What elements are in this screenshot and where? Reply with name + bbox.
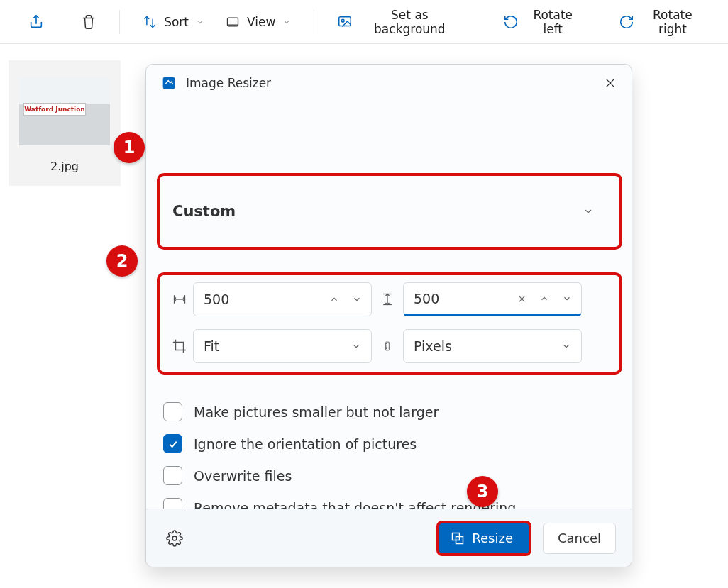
height-decrement[interactable] [556, 287, 578, 310]
resize-label: Resize [472, 531, 513, 545]
dialog-title: Image Resizer [186, 76, 271, 90]
chevron-down-icon [196, 18, 204, 26]
chevron-down-icon [583, 206, 594, 217]
rotate-left-button[interactable]: Rotate left [495, 4, 589, 40]
settings-button[interactable] [162, 526, 187, 551]
checkbox-orientation[interactable] [163, 434, 182, 453]
width-value: 500 [204, 292, 323, 307]
width-icon [166, 292, 193, 306]
image-resizer-dialog: Image Resizer Custom 500 500 [145, 64, 632, 567]
sort-button[interactable]: Sort [134, 11, 213, 33]
options-checklist: Make pictures smaller but not larger Ign… [163, 402, 614, 517]
option-smaller[interactable]: Make pictures smaller but not larger [163, 402, 614, 421]
rotate-right-icon [619, 14, 634, 30]
cancel-label: Cancel [558, 531, 601, 545]
annotation-badge-1: 1 [114, 132, 145, 163]
svg-point-21 [172, 536, 177, 540]
fit-label: Fit [204, 338, 219, 354]
chevron-down-icon [351, 341, 361, 351]
width-input[interactable]: 500 [193, 282, 372, 316]
option-overwrite[interactable]: Overwrite files [163, 466, 614, 485]
view-icon [226, 15, 240, 29]
fit-unit-row: Fit Pixels [166, 329, 617, 363]
fit-select[interactable]: Fit [193, 329, 372, 363]
checkbox-smaller[interactable] [163, 402, 182, 421]
toolbar-divider [119, 10, 120, 34]
option-orientation-label: Ignore the orientation of pictures [194, 436, 417, 452]
rotate-right-label: Rotate right [641, 8, 704, 36]
width-increment[interactable] [323, 288, 346, 311]
height-icon [372, 291, 403, 308]
cancel-button[interactable]: Cancel [543, 523, 616, 554]
chevron-down-icon [561, 341, 571, 351]
toolbar-divider [314, 10, 314, 34]
height-input[interactable]: 500 [403, 282, 582, 316]
annotation-badge-3: 3 [467, 476, 498, 507]
width-decrement[interactable] [346, 288, 368, 311]
ruler-icon [372, 338, 403, 355]
toolbar: Sort View Set as background Rotate left … [0, 0, 728, 44]
preset-label: Custom [172, 203, 236, 220]
rotate-left-label: Rotate left [526, 8, 580, 36]
resize-button[interactable]: Resize [436, 521, 531, 556]
view-button[interactable]: View [217, 11, 299, 33]
app-icon [162, 76, 176, 90]
sort-icon [143, 15, 157, 29]
checkbox-overwrite[interactable] [163, 466, 182, 485]
dimensions-row: 500 500 [166, 282, 617, 316]
dialog-titlebar: Image Resizer [146, 65, 632, 101]
set-background-button[interactable]: Set as background [329, 4, 468, 40]
thumbnail-caption: 2.jpg [50, 160, 79, 173]
sort-label: Sort [164, 15, 189, 29]
close-button[interactable] [599, 72, 622, 94]
height-value: 500 [414, 291, 510, 306]
annotation-badge-2: 2 [106, 245, 138, 277]
set-bg-label: Set as background [360, 8, 459, 36]
crop-icon [166, 338, 193, 354]
svg-rect-16 [386, 342, 390, 350]
unit-select[interactable]: Pixels [403, 329, 582, 363]
option-orientation[interactable]: Ignore the orientation of pictures [163, 434, 614, 453]
thumbnail-area: Watford Junction 2.jpg [9, 60, 121, 186]
resize-icon [451, 531, 465, 545]
height-increment[interactable] [533, 287, 556, 310]
option-smaller-label: Make pictures smaller but not larger [194, 404, 439, 420]
rotate-right-button[interactable]: Rotate right [610, 4, 712, 40]
thumbnail-image: Watford Junction [19, 77, 110, 145]
option-overwrite-label: Overwrite files [194, 468, 292, 484]
chevron-down-icon [282, 18, 291, 26]
height-clear[interactable] [510, 287, 533, 310]
image-thumbnail[interactable]: Watford Junction 2.jpg [9, 60, 121, 186]
unit-label: Pixels [414, 338, 452, 354]
background-icon [337, 14, 353, 30]
svg-point-4 [342, 19, 345, 22]
rotate-left-icon [503, 14, 519, 30]
thumbnail-sign-text: Watford Junction [23, 103, 86, 116]
view-label: View [247, 15, 275, 29]
preset-dropdown[interactable]: Custom [171, 184, 607, 239]
svg-rect-5 [163, 77, 175, 89]
delete-icon[interactable] [72, 10, 105, 34]
share-icon[interactable] [20, 10, 53, 34]
dialog-footer: Resize Cancel [146, 509, 632, 567]
